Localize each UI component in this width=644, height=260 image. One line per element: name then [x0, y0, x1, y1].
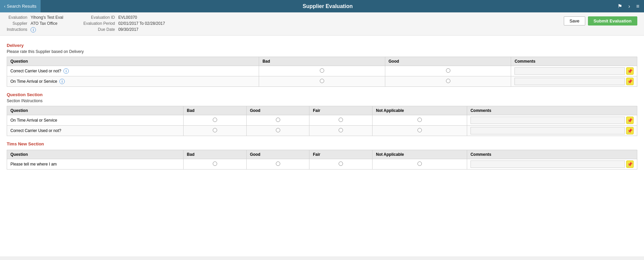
save-button[interactable]: Save [564, 16, 585, 25]
question-cell: Correct Carrier Used or not? i [7, 66, 259, 76]
bad-radio-cell [183, 126, 246, 136]
good-radio-cell [385, 76, 511, 87]
na-radio[interactable] [417, 118, 422, 122]
comment-icon[interactable]: 📌 [626, 67, 634, 75]
back-label: Search Results [7, 4, 36, 9]
th-comments-1: Comments [511, 57, 637, 66]
fair-radio-cell [309, 159, 373, 170]
question-section-table: Question Bad Good Fair Not Applicable Co… [7, 106, 637, 136]
delivery-table: Question Bad Good Comments Correct Carri… [7, 57, 637, 87]
th-bad-2: Bad [183, 106, 246, 115]
fair-radio[interactable] [339, 118, 343, 122]
th-good-1: Good [385, 57, 511, 66]
th-bad-3: Bad [183, 150, 246, 159]
bad-radio-cell [259, 76, 385, 87]
th-comments-3: Comments [467, 150, 637, 159]
eval-id-label: Evaluation ID [83, 15, 115, 20]
table-row: Please tell me where I am [7, 159, 637, 170]
comment-cell: 📌 [467, 126, 637, 136]
next-button[interactable]: › [626, 2, 633, 11]
tims-section-table: Question Bad Good Fair Not Applicable Co… [7, 150, 637, 170]
eval-period-value: 02/01/2017 To 02/28/2017 [118, 21, 165, 26]
th-question-3: Question [7, 150, 184, 159]
supplier-value: ATO Tax Office [31, 21, 63, 26]
good-radio[interactable] [446, 68, 450, 73]
info-left-group: Evaluation Yihong's Test Eval Supplier A… [7, 15, 63, 32]
th-fair-3: Fair [309, 150, 373, 159]
delivery-instructions: Please rate this Supplier based on Deliv… [7, 49, 637, 54]
evaluation-label: Evaluation [7, 15, 27, 20]
bad-radio[interactable] [213, 128, 217, 132]
instructions-value: i [31, 27, 63, 32]
th-good-2: Good [246, 106, 309, 115]
section-tims-new: Tims New Section Question Bad Good Fair … [7, 141, 637, 170]
comment-cell: 📌 [467, 159, 637, 170]
th-bad-1: Bad [259, 57, 385, 66]
question-cell: Correct Carrier Used or not? [7, 126, 184, 136]
good-radio[interactable] [276, 161, 280, 166]
good-radio-cell [246, 126, 309, 136]
good-radio[interactable] [276, 118, 280, 122]
table-row: On Time Arrival or Service i 📌 [7, 76, 637, 87]
question-section-title: Question Section [7, 92, 637, 97]
delivery-section-title: Delivery [7, 43, 637, 48]
submit-button[interactable]: Submit Evaluation [588, 16, 637, 25]
due-date-label: Due Date [83, 27, 115, 32]
back-button[interactable]: ‹ Search Results [0, 0, 41, 12]
comment-input[interactable] [470, 160, 625, 168]
info-bar: Evaluation Yihong's Test Eval Supplier A… [0, 12, 644, 36]
info-right-group: Evaluation ID EVL00370 Evaluation Period… [83, 15, 165, 32]
bad-radio[interactable] [320, 68, 324, 73]
due-date-value: 09/30/2017 [118, 27, 165, 32]
comment-cell: 📌 [511, 66, 637, 76]
supplier-label: Supplier [7, 21, 27, 26]
question-cell: On Time Arrival or Service i [7, 76, 259, 87]
instructions-info-icon[interactable]: i [31, 27, 36, 32]
row-info-icon[interactable]: i [59, 79, 65, 84]
na-radio[interactable] [417, 128, 422, 132]
question-cell: Please tell me where I am [7, 159, 184, 170]
comment-cell: 📌 [467, 115, 637, 126]
question-cell: On Time Arrival or Service [7, 115, 184, 126]
good-radio-cell [246, 115, 309, 126]
section-question-section: Question Section Section INstructions Qu… [7, 92, 637, 136]
bad-radio-cell [259, 66, 385, 76]
comment-input[interactable] [470, 127, 625, 134]
bad-radio-cell [183, 115, 246, 126]
menu-button[interactable]: ≡ [634, 2, 642, 11]
comment-icon[interactable]: 📌 [626, 127, 634, 134]
bad-radio[interactable] [213, 118, 217, 122]
back-arrow-icon: ‹ [4, 4, 5, 9]
na-radio[interactable] [417, 161, 422, 166]
flag-button[interactable]: ⚑ [615, 2, 625, 11]
na-radio-cell [373, 126, 467, 136]
na-radio-cell [373, 115, 467, 126]
header-icons: ⚑ › ≡ [615, 2, 644, 11]
main-content: Delivery Please rate this Supplier based… [0, 36, 644, 256]
th-question-1: Question [7, 57, 259, 66]
comment-icon[interactable]: 📌 [626, 160, 634, 168]
instructions-label: Instructions [7, 27, 27, 32]
table-row: Correct Carrier Used or not? i 📌 [7, 66, 637, 76]
question-section-instructions: Section INstructions [7, 99, 637, 103]
action-buttons: Save Submit Evaluation [564, 15, 637, 25]
comment-input[interactable] [514, 78, 625, 85]
bad-radio[interactable] [213, 161, 217, 166]
comment-icon[interactable]: 📌 [626, 117, 634, 124]
bad-radio-cell [183, 159, 246, 170]
good-radio-cell [385, 66, 511, 76]
fair-radio[interactable] [339, 128, 343, 132]
comment-icon[interactable]: 📌 [626, 78, 634, 85]
fair-radio[interactable] [339, 161, 343, 166]
fair-radio-cell [309, 115, 373, 126]
tims-section-title: Tims New Section [7, 141, 637, 146]
good-radio[interactable] [276, 128, 280, 132]
bad-radio[interactable] [320, 79, 324, 83]
comment-input[interactable] [514, 67, 625, 75]
comment-cell: 📌 [511, 76, 637, 87]
header-bar: ‹ Search Results Supplier Evaluation ⚑ ›… [0, 0, 644, 12]
good-radio[interactable] [446, 79, 450, 83]
comment-input[interactable] [470, 117, 625, 124]
row-info-icon[interactable]: i [63, 68, 69, 74]
eval-id-value: EVL00370 [118, 15, 165, 20]
